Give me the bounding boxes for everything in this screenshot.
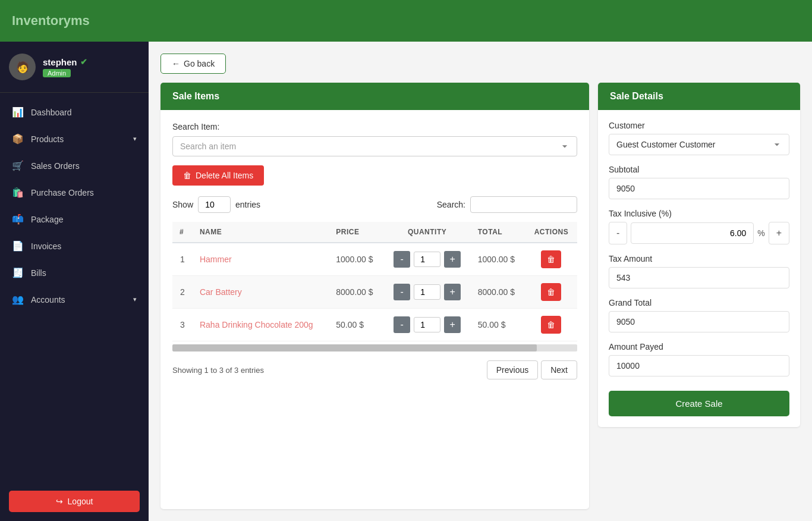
create-sale-button[interactable]: Create Sale (609, 391, 789, 416)
delete-row-button[interactable]: 🗑 (541, 316, 561, 334)
col-total: TOTAL (471, 222, 525, 243)
main-content: ← Go back Sale Items Search Item: Search… (149, 42, 812, 521)
logout-section: ↪ Logout (0, 482, 149, 521)
tax-input[interactable] (631, 222, 754, 244)
sale-items-body: Search Item: Search an item 🗑 Delete All… (160, 110, 589, 391)
row-price: 1000.00 $ (329, 243, 383, 276)
logout-button[interactable]: ↪ Logout (9, 491, 140, 512)
brand-logo: Inventoryms (12, 13, 90, 29)
sidebar-item-label: Bills (31, 268, 46, 278)
qty-input[interactable] (414, 317, 440, 332)
row-num: 3 (172, 309, 193, 341)
row-price: 8000.00 $ (329, 276, 383, 309)
sidebar-item-sales-orders[interactable]: 🛒 Sales Orders (0, 152, 149, 179)
qty-input[interactable] (414, 252, 440, 267)
sidebar-nav: 📊 Dashboard 📦 Products ▾ 🛒 Sales Orders … (0, 93, 149, 482)
sidebar-item-invoices[interactable]: 📄 Invoices (0, 233, 149, 259)
sidebar: 🧑 stephen ✔ Admin 📊 Dashboard 📦 Products… (0, 42, 149, 521)
sale-items-header: Sale Items (160, 83, 589, 110)
previous-button[interactable]: Previous (487, 360, 538, 379)
sale-items-title: Sale Items (172, 91, 219, 101)
table-row: 1 Hammer 1000.00 $ - + 1000.00 $ 🗑 (172, 243, 577, 276)
delete-row-button[interactable]: 🗑 (541, 283, 561, 301)
row-num: 2 (172, 276, 193, 309)
search-item-select[interactable]: Search an item (172, 136, 577, 156)
row-actions: 🗑 (525, 276, 577, 309)
show-entries-input[interactable] (198, 196, 231, 213)
chevron-down-icon: ▾ (133, 296, 137, 303)
tax-amount-field: Tax Amount (609, 254, 789, 288)
sidebar-item-bills[interactable]: 🧾 Bills (0, 259, 149, 286)
tax-amount-input[interactable] (609, 267, 789, 288)
sidebar-item-label: Sales Orders (31, 161, 80, 171)
qty-decrease-button[interactable]: - (394, 284, 410, 300)
table-search-label: Search: (437, 200, 465, 209)
username: stephen ✔ (43, 57, 87, 67)
sale-details-header: Sale Details (598, 83, 800, 110)
customer-field: Customer Guest Customer Customer (609, 121, 789, 155)
avatar: 🧑 (9, 54, 36, 80)
user-section: 🧑 stephen ✔ Admin (0, 42, 149, 93)
qty-decrease-button[interactable]: - (394, 251, 410, 268)
dashboard-icon: 📊 (12, 106, 24, 118)
row-total: 50.00 $ (471, 309, 525, 341)
entries-label: entries (235, 200, 260, 209)
products-icon: 📦 (12, 133, 24, 145)
go-back-button[interactable]: ← Go back (160, 54, 226, 74)
qty-increase-button[interactable]: + (444, 251, 461, 268)
sidebar-item-dashboard[interactable]: 📊 Dashboard (0, 99, 149, 125)
brand-accent: ms (71, 13, 90, 28)
username-text: stephen (43, 57, 77, 67)
customer-label: Customer (609, 121, 789, 130)
tax-label: Tax Inclusive (%) (609, 209, 789, 218)
content-row: Sale Items Search Item: Search an item 🗑… (160, 83, 800, 509)
package-icon: 📫 (12, 214, 24, 225)
tax-plus-button[interactable]: + (769, 222, 789, 244)
sidebar-item-accounts[interactable]: 👥 Accounts ▾ (0, 286, 149, 313)
qty-input[interactable] (414, 284, 440, 300)
delete-all-button[interactable]: 🗑 Delete All Items (172, 165, 264, 186)
table-row: 3 Raha Drinking Chocolate 200g 50.00 $ -… (172, 309, 577, 341)
qty-increase-button[interactable]: + (444, 316, 461, 333)
arrow-left-icon: ← (172, 59, 180, 68)
customer-select[interactable]: Guest Customer Customer (609, 134, 789, 155)
sidebar-item-products[interactable]: 📦 Products ▾ (0, 125, 149, 152)
sidebar-item-purchase-orders[interactable]: 🛍️ Purchase Orders (0, 179, 149, 206)
create-sale-label: Create Sale (675, 398, 722, 409)
subtotal-input[interactable] (609, 178, 789, 199)
qty-decrease-button[interactable]: - (394, 316, 410, 333)
show-label: Show (172, 200, 193, 209)
next-button[interactable]: Next (541, 360, 577, 379)
subtotal-field: Subtotal (609, 165, 789, 199)
table-search-input[interactable] (470, 196, 577, 213)
row-price: 50.00 $ (329, 309, 383, 341)
horizontal-scrollbar[interactable] (172, 344, 577, 351)
amount-payed-input[interactable] (609, 355, 789, 376)
row-actions: 🗑 (525, 309, 577, 341)
invoices-icon: 📄 (12, 240, 24, 252)
sale-details-panel: Sale Details Customer Guest Customer Cus… (598, 83, 800, 427)
sidebar-item-label: Dashboard (31, 108, 72, 117)
tax-amount-label: Tax Amount (609, 254, 789, 263)
chevron-down-icon: ▾ (133, 135, 137, 143)
row-num: 1 (172, 243, 193, 276)
user-info: stephen ✔ Admin (43, 57, 87, 77)
purchase-orders-icon: 🛍️ (12, 187, 24, 198)
tax-field: Tax Inclusive (%) - % + (609, 209, 789, 244)
row-name: Hammer (193, 243, 329, 276)
tax-minus-button[interactable]: - (609, 222, 627, 244)
sidebar-item-label: Accounts (31, 295, 65, 305)
table-container: # NAME PRICE QUANTITY TOTAL ACTIONS 1 (172, 219, 577, 341)
sidebar-item-label: Package (31, 215, 63, 224)
delete-row-button[interactable]: 🗑 (541, 250, 561, 268)
showing-text: Showing 1 to 3 of 3 entries (172, 366, 264, 375)
table-controls: Show entries Search: (172, 196, 577, 213)
topbar: Inventoryms (0, 0, 812, 42)
grand-total-input[interactable] (609, 311, 789, 332)
role-badge: Admin (43, 69, 71, 77)
amount-payed-label: Amount Payed (609, 342, 789, 351)
sidebar-item-package[interactable]: 📫 Package (0, 206, 149, 233)
tax-row: - % + (609, 222, 789, 244)
qty-increase-button[interactable]: + (444, 284, 461, 300)
pagination: Previous Next (487, 360, 577, 379)
